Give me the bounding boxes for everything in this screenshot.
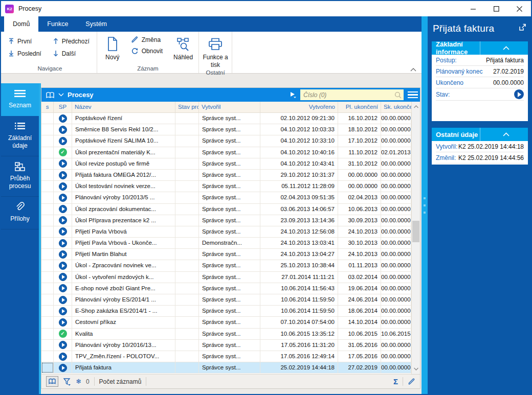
sidebar-item-seznam[interactable]: Seznam — [1, 83, 39, 116]
field-label: Plánovaný konec — [436, 68, 493, 75]
search-icon[interactable] — [394, 91, 402, 99]
process-status-icon — [59, 296, 67, 304]
column-header-pl-ukonceni[interactable]: Pl. ukončení — [338, 102, 381, 112]
process-status-icon — [59, 137, 67, 145]
row-actual-end-cell: 10.06.2015 — [381, 329, 411, 339]
collapse-section-button[interactable] — [480, 41, 528, 55]
previous-record-button[interactable]: Předchozí — [51, 35, 92, 47]
table-row[interactable]: Plánování výroby 10/2016/13... Správce s… — [41, 340, 411, 351]
first-record-button[interactable]: První — [6, 35, 43, 47]
minimize-button[interactable] — [462, 1, 485, 16]
row-created-cell: 04.10.2012 10:43:41 — [260, 158, 338, 169]
table-row[interactable]: Úkol - Zpracování novinek ve... Správce … — [41, 260, 411, 271]
table-row[interactable]: Přijetí Pavla Vrbová Správce syst... 24.… — [41, 226, 411, 238]
scroll-up-button[interactable] — [412, 102, 420, 112]
row-select-cell — [41, 226, 54, 237]
table-row[interactable]: Úkol prezentační materiály K... Správce … — [41, 147, 411, 158]
table-row[interactable]: Úkol revize postupů ve firmě Správce sys… — [41, 158, 411, 170]
detail-panel: Přijatá faktura Základní informace Postu… — [428, 16, 531, 394]
column-header-vytvoril[interactable]: Vytvořil — [199, 102, 260, 112]
row-select-cell — [41, 351, 54, 362]
edit-record-button[interactable]: Změna — [131, 36, 163, 43]
table-row[interactable]: Plánování výroby ES/2014/1 ... Správce s… — [41, 294, 411, 306]
search-box — [300, 89, 404, 100]
close-button[interactable] — [508, 1, 531, 16]
table-row[interactable]: Kvalita Správce syst... 10.06.2015 13:35… — [41, 329, 411, 340]
row-name-cell: Úkol revize postupů ve firmě — [72, 158, 175, 169]
table-row[interactable]: Úkol - vytvoření mzdových k... Správce s… — [41, 272, 411, 283]
functions-print-button[interactable]: Funkce a tisk — [199, 32, 232, 69]
book-view-toggle[interactable] — [46, 376, 58, 387]
row-select-cell — [41, 340, 54, 351]
ribbon-collapse-button[interactable] — [410, 68, 416, 72]
next-record-button[interactable]: Další — [51, 48, 92, 59]
table-menu-icon[interactable] — [407, 91, 418, 99]
table-row[interactable]: Přijatá faktura Správce syst... 25.02.20… — [41, 362, 411, 374]
run-filter-icon[interactable] — [290, 91, 297, 98]
chevron-down-icon[interactable] — [58, 93, 64, 97]
row-process-state-cell — [175, 192, 199, 203]
sum-icon[interactable]: Σ — [393, 377, 398, 386]
table-row[interactable]: E-shop nové zboží Giant Pre... Správce s… — [41, 283, 411, 294]
process-status-icon — [59, 216, 67, 224]
last-record-button[interactable]: Poslední — [6, 48, 43, 59]
table-row[interactable]: Úkol Příprava prezentace k2 ... Správce … — [41, 215, 411, 226]
section-header[interactable]: Ostatní údaje — [432, 128, 528, 141]
book-icon[interactable] — [46, 91, 55, 99]
search-input[interactable] — [303, 91, 394, 99]
tab-system[interactable]: Systém — [77, 16, 116, 32]
row-creator-cell: Správce syst... — [199, 317, 260, 328]
maximize-button[interactable] — [485, 1, 508, 16]
row-process-state-cell — [175, 215, 199, 226]
snowflake-icon[interactable]: ❄ — [76, 378, 81, 385]
row-process-state-cell — [175, 294, 199, 305]
table-row[interactable]: Poptávkové řízení SALIMA 10... Správce s… — [41, 135, 411, 147]
table-row[interactable]: Směrnice B8 Servis Rekl 10/2... Správce … — [41, 124, 411, 135]
table-row[interactable]: Přijetí Martin Blahut Správce syst... 24… — [41, 249, 411, 260]
column-header-nazev[interactable]: Název — [72, 102, 175, 112]
filter-icon[interactable] — [63, 378, 71, 386]
table-row[interactable]: TPV_Změn.řízení - POLOTOV... Správce sys… — [41, 351, 411, 362]
collapse-section-button[interactable] — [480, 128, 528, 141]
column-header-sp[interactable]: SP — [54, 102, 72, 112]
open-in-window-icon[interactable] — [518, 23, 527, 32]
table-row[interactable]: Přijetí Pavla Vrbová - Ukonče... Demonst… — [41, 238, 411, 249]
table-row[interactable]: Plánování výroby 10/2013/5 ... Správce s… — [41, 192, 411, 203]
edit-pencil-icon[interactable] — [408, 378, 415, 385]
new-record-button[interactable]: Nový — [97, 32, 128, 61]
sidebar-item-label: Průběh procesu — [9, 175, 31, 190]
tab-funkce[interactable]: Funkce — [38, 16, 77, 32]
column-header-sk-ukonceni[interactable]: Sk. ukončení — [381, 102, 411, 112]
row-actual-end-cell: 00.00.0000 — [381, 192, 411, 203]
table-row[interactable]: Přijatá faktura OMEGA 2012/... Správce s… — [41, 170, 411, 181]
sidebar-item-prubeh-procesu[interactable]: Průběh procesu — [1, 156, 39, 197]
table-row[interactable]: Poptávkové řízení Správce syst... 02.10.… — [41, 113, 411, 124]
column-header-vytvoreno[interactable]: Vytvořeno — [260, 102, 338, 112]
column-header-stav-procesu[interactable]: Stav procesu — [175, 102, 199, 112]
row-planned-end-cell: 00.00.0000 — [338, 181, 381, 192]
process-status-icon — [59, 227, 67, 236]
table-row[interactable]: Úkol zpracování dokumentac... Správce sy… — [41, 204, 411, 215]
row-name-cell: Směrnice B8 Servis Rekl 10/2... — [72, 124, 175, 135]
table-row[interactable]: E-Shop zakázka ES/2014/1 - ... Správce s… — [41, 306, 411, 317]
row-status-cell — [54, 306, 72, 316]
section-header[interactable]: Základní informace — [432, 41, 528, 55]
scroll-down-button[interactable] — [412, 364, 420, 374]
preview-button[interactable]: Náhled — [168, 32, 198, 61]
section-title: Ostatní údaje — [432, 131, 480, 138]
row-name-cell: Plánování výroby 10/2016/13... — [72, 340, 175, 351]
panel-splitter[interactable] — [422, 16, 428, 394]
column-header-s[interactable]: s — [41, 102, 54, 112]
row-name-cell: TPV_Změn.řízení - POLOTOV... — [72, 351, 175, 362]
refresh-button[interactable]: Obnovit — [131, 47, 163, 55]
record-count-label: Počet záznamů — [99, 378, 142, 385]
field-value: Přijatá faktura — [486, 57, 524, 64]
tab-domu[interactable]: Domů — [4, 16, 38, 32]
vertical-scrollbar[interactable] — [411, 102, 420, 374]
sidebar-item-zakladni-udaje[interactable]: Základní údaje — [1, 116, 39, 156]
table-row[interactable]: Cestovní příkaz Správce syst... 07.10.20… — [41, 317, 411, 328]
row-planned-end-cell: 02.04.2013 — [338, 192, 381, 203]
table-row[interactable]: Úkol testování novinek verze... Správce … — [41, 181, 411, 192]
scrollbar-thumb[interactable] — [412, 221, 419, 242]
sidebar-item-prilohy[interactable]: Přílohy — [1, 197, 39, 229]
